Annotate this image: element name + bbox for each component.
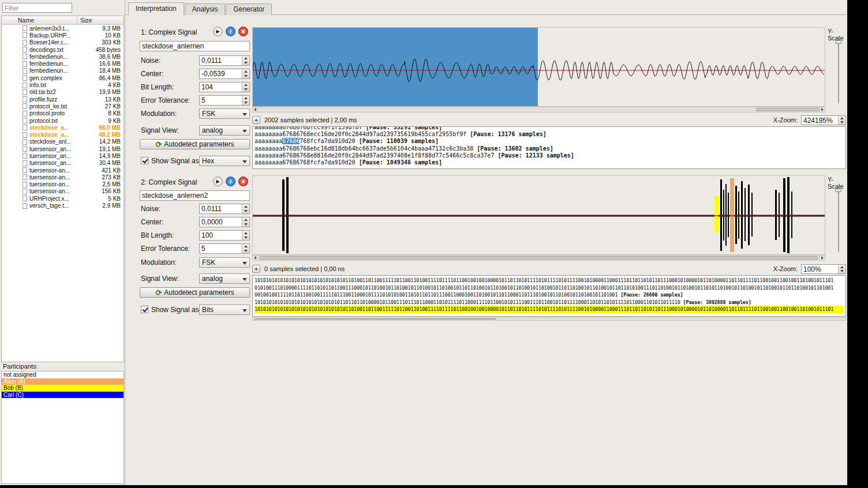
spin-up-icon[interactable] <box>242 231 249 235</box>
file-row[interactable]: URHProject.x...5 KB <box>2 195 124 202</box>
signal2-info-button[interactable]: i <box>226 177 235 186</box>
signal1-bit-length-spinbox[interactable]: 104 <box>199 82 250 92</box>
signal2-yscale-slider[interactable] <box>835 185 843 251</box>
signal2-xzoom-spinbox[interactable]: 100% <box>801 264 846 274</box>
spin-down-icon[interactable] <box>242 100 249 105</box>
tab-analysis[interactable]: Analysis <box>185 3 226 15</box>
signal2-play-button[interactable]: ▶ <box>213 177 223 186</box>
spin-up-icon[interactable] <box>839 116 845 121</box>
spin-down-icon[interactable] <box>242 235 249 240</box>
spin-up-icon[interactable] <box>242 96 249 100</box>
signal2-h-scrollbar[interactable] <box>252 255 825 261</box>
file-row[interactable]: tuersensor_an...30,4 MB <box>2 160 124 167</box>
signal1-name-input[interactable] <box>140 41 250 51</box>
signal2-autodetect-button[interactable]: ⟳Autodetect parameters <box>140 287 250 298</box>
signal1-show-as-dropdown[interactable]: Hex <box>199 156 250 166</box>
file-row[interactable]: gen.complex86,4 MB <box>2 74 124 81</box>
signal2-bit-length-spinbox[interactable]: 100 <box>199 230 250 241</box>
signal2-waveform[interactable] <box>253 176 825 254</box>
signal1-yscale-slider[interactable] <box>835 37 843 103</box>
file-row[interactable]: protocol_ke.txt27 KB <box>2 103 124 110</box>
file-row[interactable]: steckdose_a...98,0 MB <box>2 124 124 131</box>
file-row[interactable]: profile.fuzz13 KB <box>2 96 124 103</box>
spin-up-icon[interactable] <box>242 69 249 74</box>
file-row[interactable]: steckdose_a...48,2 MB <box>2 131 124 138</box>
signal1-autodetect-button[interactable]: ⟳Autodetect parameters <box>140 139 250 149</box>
file-row[interactable]: fernbedienun...16,6 MB <box>2 60 124 67</box>
signal1-waveform[interactable] <box>253 28 825 106</box>
signal1-xzoom-spinbox[interactable]: 424195% <box>801 115 846 125</box>
signal2-signal-view-dropdown[interactable]: analog <box>199 273 250 284</box>
spin-up-icon[interactable] <box>242 82 249 87</box>
file-row[interactable]: Boeser14er.c...303 KB <box>2 39 124 46</box>
spin-down-icon[interactable] <box>839 269 845 274</box>
scrollbar-thumb[interactable] <box>254 318 496 320</box>
signal2-name-input[interactable] <box>140 190 250 201</box>
column-header-name[interactable]: Name <box>18 17 34 24</box>
file-row[interactable]: tuersensor-an...2,5 MB <box>2 181 124 188</box>
file-row[interactable]: old.tar.bz219,9 MB <box>2 89 124 96</box>
signal1-zoom-in-button[interactable]: + <box>252 116 260 124</box>
spin-down-icon[interactable] <box>242 249 249 253</box>
file-row[interactable]: protocol.txt9 KB <box>2 117 124 124</box>
spin-up-icon[interactable] <box>839 265 845 269</box>
tab-interpretation[interactable]: Interpretation <box>128 2 184 15</box>
signal1-error-tolerance-spinbox[interactable]: 5 <box>199 95 250 106</box>
file-row[interactable]: tuersensor_an...14,9 MB <box>2 152 124 159</box>
spin-up-icon[interactable] <box>242 244 249 249</box>
column-header-size[interactable]: Size <box>80 17 92 24</box>
participant-row[interactable]: not assigned <box>2 371 124 378</box>
file-row[interactable]: decodings.txt458 bytes <box>2 46 124 53</box>
file-row[interactable]: versch_tage.t...2,9 MB <box>2 202 124 209</box>
participant-row[interactable]: Alice (A) <box>2 378 124 385</box>
file-row[interactable]: tuersensor-an...421 KB <box>2 167 124 174</box>
slider-handle[interactable] <box>835 189 841 192</box>
spin-down-icon[interactable] <box>242 74 249 78</box>
signal1-play-button[interactable]: ▶ <box>213 27 223 36</box>
signal2-noise-spinbox[interactable]: 0,0111 <box>199 204 250 214</box>
participant-row[interactable]: Carl (C) <box>2 392 124 399</box>
signal2-show-signal-checkbox[interactable] <box>141 306 148 313</box>
signal1-signal-view-dropdown[interactable]: analog <box>199 125 250 136</box>
spin-down-icon[interactable] <box>242 209 249 213</box>
signal1-close-button[interactable]: ✕ <box>238 27 248 36</box>
scroll-right-icon[interactable] <box>819 256 825 260</box>
signal1-h-scrollbar[interactable] <box>252 107 825 112</box>
participant-row[interactable]: Bob (B) <box>2 385 124 392</box>
file-row[interactable]: anlernen3x3.t...9,3 MB <box>2 25 124 32</box>
signal2-zoom-in-button[interactable]: + <box>252 265 260 273</box>
signal2-graph[interactable] <box>252 175 825 255</box>
signal1-graph[interactable] <box>252 27 825 107</box>
signal1-modulation-dropdown[interactable]: FSK <box>199 108 250 119</box>
scroll-left-icon[interactable] <box>253 107 259 112</box>
file-row[interactable]: fernbedienun...18,4 MB <box>2 67 124 74</box>
scrollbar-thumb[interactable] <box>260 256 818 260</box>
scroll-right-icon[interactable] <box>819 107 825 112</box>
signal2-center-spinbox[interactable]: 0,0000 <box>199 217 250 227</box>
scroll-left-icon[interactable] <box>253 256 259 260</box>
file-row[interactable]: Backup.URHP...10 KB <box>2 32 124 39</box>
spin-down-icon[interactable] <box>242 61 249 65</box>
scrollbar-thumb[interactable] <box>756 108 820 111</box>
spin-down-icon[interactable] <box>242 222 249 227</box>
signal2-close-button[interactable]: ✕ <box>238 177 248 186</box>
signal1-message-box[interactable]: aaaaaaaa67686768fcc99f1f1598fbf [Pause: … <box>252 126 846 169</box>
signal2-messages-h-scrollbar[interactable] <box>252 317 846 321</box>
file-row[interactable]: steckdose_anl...14,2 MB <box>2 138 124 145</box>
spin-up-icon[interactable] <box>242 217 249 222</box>
slider-handle[interactable] <box>835 40 841 44</box>
file-row[interactable]: info.txt4 KB <box>2 81 124 88</box>
file-row[interactable]: fernbedienun...38,6 MB <box>2 53 124 60</box>
signal1-center-spinbox[interactable]: -0,0539 <box>199 69 250 79</box>
signal2-message-box[interactable]: 1010101010101010101010101010101011010011… <box>252 275 846 317</box>
spin-down-icon[interactable] <box>839 121 845 125</box>
file-row[interactable]: tuersensor_an...19,1 MB <box>2 145 124 152</box>
spin-up-icon[interactable] <box>242 204 249 209</box>
filter-input[interactable] <box>2 3 72 13</box>
selection-region[interactable] <box>253 28 538 106</box>
tab-generator[interactable]: Generator <box>226 3 272 15</box>
spin-down-icon[interactable] <box>242 87 249 92</box>
signal1-show-signal-checkbox[interactable] <box>141 157 148 164</box>
file-row[interactable]: tuersensor-an...273 KB <box>2 174 124 181</box>
signal2-modulation-dropdown[interactable]: FSK <box>199 257 250 268</box>
